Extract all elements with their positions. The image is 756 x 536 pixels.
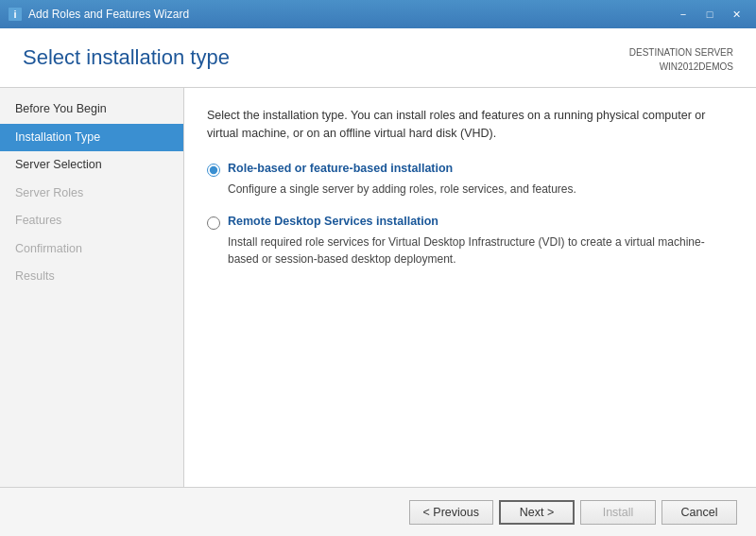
radio-label-role-based[interactable]: Role-based or feature-based installation xyxy=(207,162,733,177)
radio-title-rds: Remote Desktop Services installation xyxy=(228,215,438,228)
install-button: Install xyxy=(580,500,656,525)
sidebar-item-features: Features xyxy=(0,207,183,235)
radio-label-rds[interactable]: Remote Desktop Services installation xyxy=(207,215,733,230)
radio-desc-rds: Install required role services for Virtu… xyxy=(228,233,733,268)
radio-desc-role-based: Configure a single server by adding role… xyxy=(228,181,733,198)
radio-option-role-based: Role-based or feature-based installation… xyxy=(207,162,733,198)
sidebar-item-installation-type[interactable]: Installation Type xyxy=(0,124,183,152)
server-info: DESTINATION SERVER WIN2012DEMOS xyxy=(629,45,733,74)
previous-button[interactable]: < Previous xyxy=(409,500,493,525)
close-button[interactable]: ✕ xyxy=(724,5,748,24)
minimize-button[interactable]: − xyxy=(671,5,696,24)
footer: < Previous Next > Install Cancel xyxy=(0,487,756,536)
main-panel: Select the installation type. You can in… xyxy=(184,88,756,487)
header: Select installation type DESTINATION SER… xyxy=(0,28,756,88)
radio-input-role-based[interactable] xyxy=(207,164,220,177)
svg-text:i: i xyxy=(13,9,16,20)
sidebar-item-server-selection[interactable]: Server Selection xyxy=(0,151,183,180)
restore-button[interactable]: □ xyxy=(697,5,722,24)
titlebar-controls: − □ ✕ xyxy=(671,5,748,24)
page-title: Select installation type xyxy=(23,45,230,70)
sidebar: Before You Begin Installation Type Serve… xyxy=(0,88,184,487)
sidebar-item-server-roles: Server Roles xyxy=(0,180,183,208)
radio-input-rds[interactable] xyxy=(207,216,220,230)
sidebar-item-results: Results xyxy=(0,263,183,291)
radio-option-rds: Remote Desktop Services installation Ins… xyxy=(207,215,733,268)
titlebar-left: i Add Roles and Features Wizard xyxy=(8,7,189,22)
sidebar-item-before-you-begin[interactable]: Before You Begin xyxy=(0,95,183,124)
titlebar-title: Add Roles and Features Wizard xyxy=(28,8,189,21)
server-label: DESTINATION SERVER xyxy=(629,45,733,60)
sidebar-item-confirmation: Confirmation xyxy=(0,235,183,264)
dialog: Select installation type DESTINATION SER… xyxy=(0,28,756,536)
radio-title-role-based: Role-based or feature-based installation xyxy=(228,162,453,175)
app-icon: i xyxy=(8,7,23,22)
cancel-button[interactable]: Cancel xyxy=(662,500,737,525)
next-button[interactable]: Next > xyxy=(499,500,575,525)
server-name: WIN2012DEMOS xyxy=(629,60,733,74)
content-area: Before You Begin Installation Type Serve… xyxy=(0,88,756,487)
titlebar: i Add Roles and Features Wizard − □ ✕ xyxy=(0,0,756,28)
description-text: Select the installation type. You can in… xyxy=(207,107,733,143)
